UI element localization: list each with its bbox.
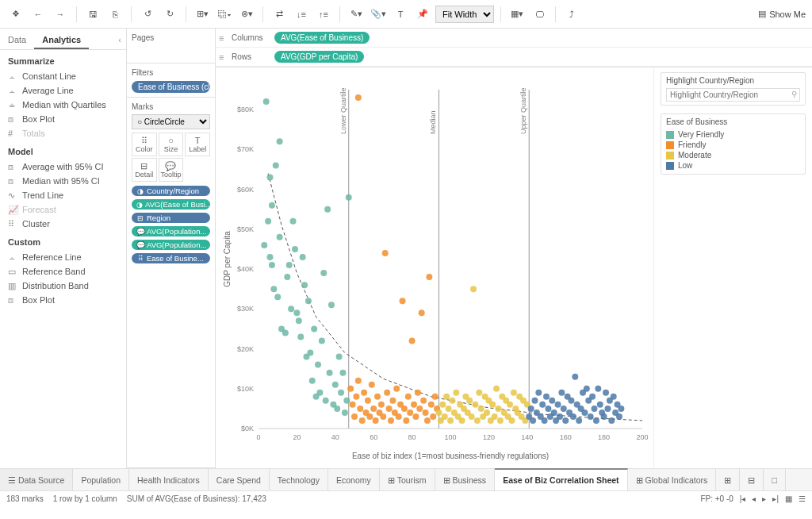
sheet-tabs: ☰Data SourcePopulationHealth IndicatorsC… xyxy=(0,468,812,490)
swap-icon[interactable]: ⇄ xyxy=(270,5,289,24)
mark-pill[interactable]: ◑AVG(Ease of Busi... xyxy=(132,199,210,210)
legend-item[interactable]: Friendly xyxy=(666,140,800,150)
svg-point-30 xyxy=(265,218,271,225)
analytics-item[interactable]: ⫨Median with Quartiles xyxy=(0,98,126,112)
svg-point-209 xyxy=(603,390,609,396)
chart-canvas[interactable]: $0K$10K$20K$30K$40K$50K$60K$70K$80K02040… xyxy=(216,67,653,468)
svg-point-152 xyxy=(493,386,500,392)
sheet-tab[interactable]: ☰Data Source xyxy=(0,469,73,490)
svg-point-126 xyxy=(443,394,450,400)
sheet-tab[interactable]: Population xyxy=(73,469,129,490)
svg-point-117 xyxy=(428,402,435,408)
filter-pill[interactable]: Ease of Business (cl...≡ xyxy=(132,81,210,93)
legend-item[interactable]: Low xyxy=(666,160,800,171)
last-icon[interactable]: ▸| xyxy=(772,494,779,503)
marks-cell-color[interactable]: ⠿Color xyxy=(132,133,157,156)
mark-pill[interactable]: ◑Country/Region xyxy=(132,186,210,196)
next-icon[interactable]: ▸ xyxy=(762,494,766,503)
analytics-item[interactable]: ⧈Average with 95% CI xyxy=(0,160,126,174)
pin-icon[interactable]: 📌 xyxy=(413,5,432,24)
analytics-item[interactable]: ▭Reference Band xyxy=(0,264,126,279)
back-icon[interactable]: ← xyxy=(29,5,48,24)
sort-asc-icon[interactable]: ↓≡ xyxy=(292,5,311,24)
sheet-tab[interactable]: ⊞Business xyxy=(435,469,496,490)
marks-shape-select[interactable]: ○ CircleCircle xyxy=(132,114,210,129)
sheet-tab[interactable]: Care Spend xyxy=(209,469,270,490)
mark-pill[interactable]: 💬AVG(Population... xyxy=(132,240,210,250)
marks-cell-size[interactable]: ○Size xyxy=(159,133,184,156)
marks-cell-tooltip[interactable]: 💬Tooltip xyxy=(159,158,184,182)
marks-cell-label[interactable]: TLabel xyxy=(185,133,210,156)
new-story-icon[interactable]: □ xyxy=(764,469,785,490)
first-icon[interactable]: |◂ xyxy=(740,494,746,503)
tab-analytics[interactable]: Analytics xyxy=(34,32,89,49)
presentation-icon[interactable]: 🖵 xyxy=(530,5,549,24)
analytics-item[interactable]: ▥Distribution Band xyxy=(0,279,126,293)
highlight-icon[interactable]: ✎▾ xyxy=(347,5,366,24)
svg-point-195 xyxy=(576,417,582,424)
tab-data[interactable]: Data xyxy=(0,32,34,49)
show-me-button[interactable]: ▤ Show Me xyxy=(758,9,806,19)
analytics-item[interactable]: ⫠Average Line xyxy=(0,83,126,98)
new-data-icon[interactable]: ⎘ xyxy=(105,5,124,24)
columns-pill[interactable]: AVG(Ease of Business) xyxy=(274,32,370,44)
sheet-tab[interactable]: Health Indicators xyxy=(129,469,209,490)
marks-cell-detail[interactable]: ⊟Detail xyxy=(132,158,157,182)
svg-point-84 xyxy=(365,398,371,404)
svg-point-97 xyxy=(389,398,396,404)
rows-shelf-label: Rows xyxy=(232,52,274,61)
save-icon[interactable]: 🖫 xyxy=(83,5,102,24)
grid-view-icon[interactable]: ▦ xyxy=(785,494,792,503)
svg-point-51 xyxy=(307,350,313,356)
svg-point-52 xyxy=(309,378,316,384)
analytics-item[interactable]: ⧈Box Plot xyxy=(0,112,126,126)
highlight-input[interactable] xyxy=(666,88,800,102)
sheet-tab[interactable]: Ease of Biz Correlation Sheet xyxy=(495,468,627,490)
analytics-item[interactable]: ⧈Box Plot xyxy=(0,293,126,307)
clear-icon[interactable]: ⊗▾ xyxy=(237,5,256,24)
side-pane: Data Analytics ‹ Summarize ⫠Constant Lin… xyxy=(0,29,127,468)
legend-item[interactable]: Very Friendly xyxy=(666,129,800,140)
logo-icon[interactable]: ❖ xyxy=(6,5,25,24)
new-worksheet-icon[interactable]: ⊞▾ xyxy=(193,5,212,24)
sheet-tab[interactable]: ⊞Global Indicators xyxy=(628,469,717,490)
collapse-icon[interactable]: ‹ xyxy=(113,32,126,49)
svg-point-94 xyxy=(384,390,390,396)
analytics-item[interactable]: ⠿Cluster xyxy=(0,217,126,231)
sheet-tab[interactable]: Economy xyxy=(328,469,380,490)
legend-item[interactable]: Moderate xyxy=(666,150,800,160)
group-icon[interactable]: 📎▾ xyxy=(369,5,388,24)
svg-point-103 xyxy=(401,406,408,412)
sheet-tab[interactable]: ⊞Tourism xyxy=(380,469,435,490)
analytics-item[interactable]: ⫠Constant Line xyxy=(0,69,126,83)
sheet-tab[interactable]: Technology xyxy=(270,469,328,490)
share-icon[interactable]: ⤴ xyxy=(562,5,581,24)
text-icon[interactable]: T xyxy=(391,5,410,24)
svg-point-88 xyxy=(373,417,379,424)
svg-text:$50K: $50K xyxy=(237,225,254,233)
duplicate-icon[interactable]: ⿻▾ xyxy=(215,5,234,24)
fit-select[interactable]: Fit Width xyxy=(435,6,494,23)
svg-point-124 xyxy=(439,402,446,408)
svg-point-171 xyxy=(530,417,536,424)
mark-pill[interactable]: ⊟Region xyxy=(132,213,210,223)
mark-pill[interactable]: ⠿Ease of Busine... xyxy=(132,253,210,263)
rows-pill[interactable]: AVG(GDP per Capita) xyxy=(274,51,364,63)
svg-point-93 xyxy=(382,250,389,256)
new-sheet-icon[interactable]: ⊞ xyxy=(716,469,740,490)
analytics-item[interactable]: ⧈Median with 95% CI xyxy=(0,174,126,188)
prev-icon[interactable]: ◂ xyxy=(752,494,756,503)
status-bar: 183 marks 1 row by 1 column SUM of AVG(E… xyxy=(0,490,812,506)
svg-point-48 xyxy=(301,282,308,288)
tabs-view-icon[interactable]: ☰ xyxy=(799,494,806,503)
redo-icon[interactable]: ↻ xyxy=(160,5,179,24)
forward-icon[interactable]: → xyxy=(51,5,70,24)
new-dashboard-icon[interactable]: ⊟ xyxy=(740,469,764,490)
sort-desc-icon[interactable]: ↑≡ xyxy=(314,5,333,24)
show-cards-icon[interactable]: ▦▾ xyxy=(508,5,527,24)
svg-point-67 xyxy=(338,390,344,396)
mark-pill[interactable]: 💬AVG(Population... xyxy=(132,226,210,236)
analytics-item[interactable]: ⫠Reference Line xyxy=(0,250,126,264)
undo-icon[interactable]: ↺ xyxy=(138,5,157,24)
analytics-item[interactable]: ∿Trend Line xyxy=(0,188,126,202)
